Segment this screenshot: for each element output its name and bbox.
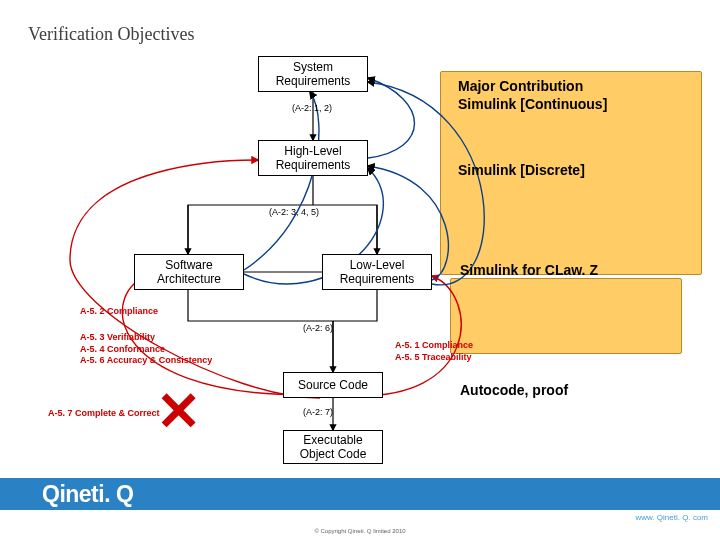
- highlight-lower: [450, 278, 682, 354]
- label-a53-a54-a56: A-5. 3 VerifiabilityA-5. 4 ConformanceA-…: [80, 332, 212, 367]
- label-a52-compliance: A-5. 2 Compliance: [80, 306, 158, 318]
- cross-icon: ✕: [156, 384, 201, 438]
- box-low-level-requirements: Low-LevelRequirements: [322, 254, 432, 290]
- note-simulink-clawz: Simulink for CLaw. Z: [460, 262, 598, 280]
- box-software-architecture: SoftwareArchitecture: [134, 254, 244, 290]
- note-simulink-discrete: Simulink [Discrete]: [458, 162, 585, 180]
- note-major-contribution: Major ContributionSimulink [Continuous]: [458, 78, 607, 113]
- footer-url: www. Qineti. Q. com: [636, 513, 708, 522]
- note-autocode-proof: Autocode, proof: [460, 382, 568, 400]
- box-high-level-requirements: High-LevelRequirements: [258, 140, 368, 176]
- label-a2-3-4-5: (A-2: 3, 4, 5): [269, 207, 319, 217]
- label-a2-7: (A-2: 7): [303, 407, 333, 417]
- box-executable-object-code: ExecutableObject Code: [283, 430, 383, 464]
- page-title: Verification Objectives: [28, 24, 194, 45]
- label-a2-1-2: (A-2: 1, 2): [292, 103, 332, 113]
- box-system-requirements: SystemRequirements: [258, 56, 368, 92]
- label-a51-a55: A-5. 1 ComplianceA-5. 5 Traceability: [395, 340, 473, 363]
- label-a57-complete: A-5. 7 Complete & Correct: [48, 408, 160, 420]
- box-source-code: Source Code: [283, 372, 383, 398]
- label-a2-6: (A-2: 6): [303, 323, 333, 333]
- logo: Qineti. Q: [42, 478, 133, 510]
- footer-copyright: © Copyright Qineti. Q limited 2010: [0, 528, 720, 534]
